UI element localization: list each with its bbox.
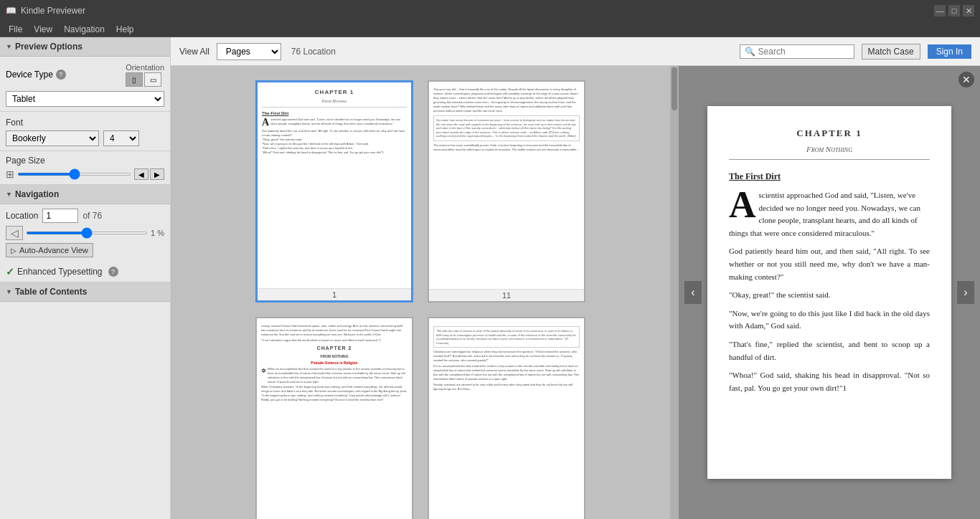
ch2-body1: rousey, ceased Creator that transcends s… [261, 324, 407, 337]
ch2-chapter: CHAPTER 2 [261, 345, 407, 352]
main-layout: ▼ Preview Options Device Type ? Orientat… [0, 37, 980, 519]
ch2-subtitle: FROM NOTHING [261, 354, 407, 359]
page1-body2: God patiently heard him out, and then sa… [262, 129, 407, 138]
auto-advance-icon: ▷ [11, 247, 17, 254]
preview-body3: "Okay, great!" the scientist said. [729, 289, 930, 302]
preview-panel: ✕ ‹ › CHAPTER 1 From Nothing The First D… [679, 66, 980, 519]
device-type-select[interactable]: Tablet Phone Kindle [6, 91, 164, 107]
page4-body3: Secular scientists are deemed to be very… [433, 383, 580, 391]
nav-collapse-icon: ▼ [6, 191, 12, 198]
pages-select[interactable]: Pages Locations [217, 43, 281, 60]
content-main: CHAPTER 1 From Nothing The First Dirt A … [171, 66, 980, 519]
check-icon: ✓ [6, 266, 14, 277]
auto-advance-button[interactable]: ▷ Auto-Advance View [6, 243, 93, 257]
location-input[interactable] [42, 209, 78, 223]
minimize-button[interactable]: — [934, 5, 946, 16]
page-thumb-1[interactable]: CHAPTER 1 From Nothing The First Dirt A … [255, 80, 413, 303]
page-end-buttons: ◀ ▶ [134, 168, 164, 180]
font-block: Font Bookerly Arial Georgia 123 4 567 [0, 112, 170, 151]
preview-subtitle: From Nothing [729, 145, 930, 160]
page4-body2: It is so accomplished fact that created … [433, 364, 580, 381]
search-box: 🔍 [740, 44, 854, 59]
menu-navigation[interactable]: Navigation [58, 23, 110, 36]
menu-help[interactable]: Help [110, 23, 140, 36]
orientation-buttons: ▯ ▭ [126, 72, 164, 87]
nav-percent: 1 % [151, 229, 164, 237]
titlebar-controls: — □ ✕ [934, 5, 974, 16]
page-thumb-4-inner: "We take the side of science in spite of… [429, 318, 584, 519]
page-size-slider[interactable] [17, 173, 131, 176]
menu-file[interactable]: File [3, 23, 28, 36]
enhanced-help-icon[interactable]: ? [108, 267, 118, 277]
close-button[interactable]: ✕ [963, 5, 974, 16]
font-select[interactable]: Bookerly Arial Georgia [6, 130, 99, 146]
page11-num: 11 [429, 289, 584, 301]
orientation-group: Orientation ▯ ▭ [126, 62, 164, 87]
app-title: Kindle Previewer [21, 6, 85, 16]
portrait-button[interactable]: ▯ [126, 72, 143, 87]
font-label: Font [6, 118, 164, 128]
ch2-body2: "It isn't rational to argue that the wor… [261, 338, 407, 343]
location-label: Location [6, 211, 38, 221]
ch2-section: Pseudo-Science is Religion [261, 361, 407, 366]
pages-area: CHAPTER 1 From Nothing The First Dirt A … [171, 66, 679, 519]
preview-nav-left-button[interactable]: ‹ [684, 281, 702, 304]
search-input[interactable] [758, 47, 844, 57]
page4-quote: "We take the side of science in spite of… [433, 326, 580, 348]
preview-nav-right-button[interactable]: › [957, 281, 974, 304]
preview-body5: "That's fine," replied the scientist, an… [729, 338, 930, 363]
auto-advance-label: Auto-Advance View [19, 246, 88, 254]
menubar: File View Navigation Help [0, 22, 980, 37]
preview-close-button[interactable]: ✕ [958, 72, 974, 87]
device-orientation-row: Device Type ? Orientation ▯ ▭ [6, 62, 164, 87]
page11-quote: No matter how many theories of evolution… [433, 115, 580, 141]
location-badge: 76 Location [291, 47, 336, 57]
preview-options-header[interactable]: ▼ Preview Options [0, 37, 170, 57]
grid-icon: ⊞ [6, 168, 14, 180]
nav-prev-button[interactable]: ◁ [6, 226, 23, 240]
font-size-row: Bookerly Arial Georgia 123 4 567 [6, 130, 164, 146]
navigation-content: Location of 76 ◁ 1 % ▷ Auto-Advance View [0, 204, 170, 262]
preview-chapter: CHAPTER 1 [729, 128, 930, 139]
page-size-block: Page Size ⊞ ◀ ▶ [0, 151, 170, 185]
preview-body6: "Whoa!" God said, shaking his head in di… [729, 369, 930, 394]
preview-drop-cap: A [729, 189, 756, 221]
preview-options-label: Preview Options [15, 42, 83, 52]
enhanced-typesetting-label: Enhanced Typesetting [17, 267, 103, 277]
menu-view[interactable]: View [28, 23, 58, 36]
size-select[interactable]: 123 4 567 [103, 130, 139, 146]
toc-label: Table of Contents [15, 287, 87, 297]
scroll-thumb[interactable] [672, 67, 677, 110]
navigation-header[interactable]: ▼ Navigation [0, 185, 170, 204]
preview-body1: scientist approached God and said, "List… [729, 191, 920, 237]
toc-header[interactable]: ▼ Table of Contents [0, 282, 170, 302]
navigation-label: Navigation [15, 189, 59, 199]
titlebar: 📖 Kindle Previewer — □ ✕ [0, 0, 980, 22]
app-icon: 📖 [6, 6, 17, 16]
device-type-label-row: Device Type ? [6, 70, 66, 80]
landscape-button[interactable]: ▭ [144, 72, 161, 87]
device-type-help-icon[interactable]: ? [56, 70, 66, 80]
page1-chapter: CHAPTER 1 [262, 88, 407, 96]
page1-subtitle: From Nothing [262, 98, 407, 107]
of-total: of 76 [83, 211, 102, 221]
page-thumb-4[interactable]: "We take the side of science in spite of… [428, 317, 585, 519]
view-all-label: View All [179, 47, 209, 57]
ch2-body4: When Christians proclaim, 'In the beginn… [261, 385, 407, 402]
maximize-button[interactable]: □ [948, 5, 960, 16]
page-thumb-11-inner: 'Get your own dirt' – that is basically … [429, 82, 584, 289]
scrollbar[interactable] [670, 66, 679, 519]
page-size-decrease[interactable]: ◀ [134, 168, 149, 180]
collapse-icon: ▼ [6, 43, 12, 50]
page-thumb-1-inner: CHAPTER 1 From Nothing The First Dirt A … [258, 82, 411, 288]
page-thumb-ch2[interactable]: rousey, ceased Creator that transcends s… [255, 317, 413, 519]
sign-in-button[interactable]: Sign In [928, 44, 971, 59]
match-case-button[interactable]: Match Case [862, 44, 920, 59]
page11-body2: The universe has some scientifically pro… [433, 143, 580, 152]
page1-num: 1 [258, 288, 411, 300]
location-row: Location of 76 [6, 209, 164, 223]
page-size-increase[interactable]: ▶ [150, 168, 164, 180]
nav-slider[interactable] [26, 232, 148, 234]
page-thumb-11[interactable]: 'Get your own dirt' – that is basically … [428, 80, 585, 303]
page4-body1: Christians are stereotyped as 'religious… [433, 350, 580, 363]
